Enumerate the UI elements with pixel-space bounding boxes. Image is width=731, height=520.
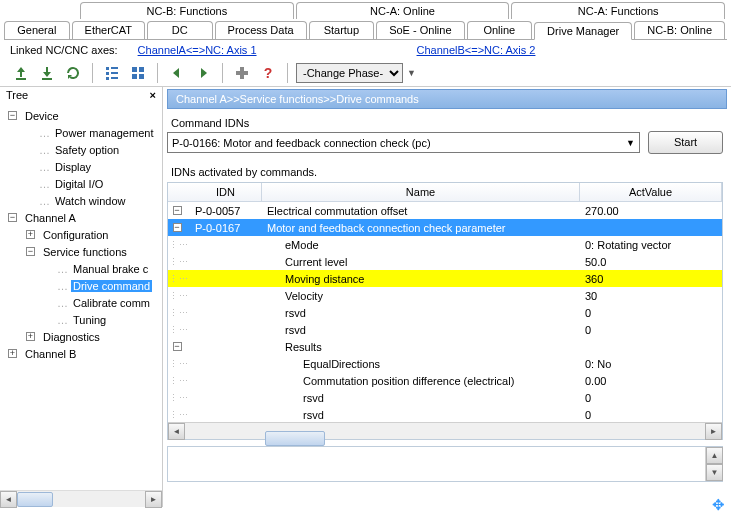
tree-node-label[interactable]: Calibrate comm <box>71 297 152 309</box>
tree-node-label[interactable]: Drive command <box>71 280 152 292</box>
refresh-icon[interactable] <box>62 62 84 84</box>
tree-node-label[interactable]: Channel B <box>23 348 78 360</box>
cell-idn: P-0-0167 <box>190 222 262 234</box>
expand-icon[interactable]: + <box>26 332 35 341</box>
tree-node[interactable]: +…Digital I/O <box>0 175 162 192</box>
cell-actvalue: 30 <box>580 290 722 302</box>
tab-soe-online[interactable]: SoE - Online <box>376 21 464 39</box>
tree-node[interactable]: +…Watch window <box>0 192 162 209</box>
tree-node[interactable]: +…Drive command <box>0 277 162 294</box>
command-idn-select[interactable]: P-0-0166: Motor and feedback connection … <box>167 132 640 153</box>
table-row[interactable]: ⋮⋯EqualDirections0: No <box>168 355 722 372</box>
change-phase-select[interactable]: -Change Phase- <box>296 63 403 83</box>
cell-actvalue: 0 <box>580 409 722 421</box>
tree-node-label[interactable]: Manual brake c <box>71 263 150 275</box>
link-channel-b[interactable]: ChannelB<=>NC: Axis 2 <box>417 44 536 56</box>
tab-nc-a-online[interactable]: NC-A: Online <box>296 2 510 19</box>
tree-node[interactable]: −Channel A <box>0 209 162 226</box>
scroll-left-icon[interactable]: ◄ <box>0 491 17 508</box>
download-icon[interactable] <box>36 62 58 84</box>
back-arrow-icon[interactable] <box>166 62 188 84</box>
help-icon[interactable]: ? <box>257 62 279 84</box>
tree-node[interactable]: −Service functions <box>0 243 162 260</box>
tree-node[interactable]: +…Tuning <box>0 311 162 328</box>
table-row[interactable]: ⋮⋯eMode0: Rotating vector <box>168 236 722 253</box>
link-channel-a[interactable]: ChannelA<=>NC: Axis 1 <box>138 44 257 56</box>
col-actvalue[interactable]: ActValue <box>580 183 722 201</box>
table-row[interactable]: −P-0-0167Motor and feedback connection c… <box>168 219 722 236</box>
table-row[interactable]: ⋮⋯Moving distance360 <box>168 270 722 287</box>
scroll-right-icon[interactable]: ► <box>705 423 722 440</box>
tree-node[interactable]: +…Display <box>0 158 162 175</box>
forward-arrow-icon[interactable] <box>192 62 214 84</box>
collapse-icon[interactable]: − <box>173 223 182 232</box>
tree-h-scrollbar[interactable]: ◄ ► <box>0 490 162 507</box>
table-row[interactable]: −Results <box>168 338 722 355</box>
tab-online[interactable]: Online <box>467 21 533 39</box>
col-name[interactable]: Name <box>262 183 580 201</box>
tree-node[interactable]: +…Power management <box>0 124 162 141</box>
collapse-icon[interactable]: − <box>173 206 182 215</box>
tree-node-label[interactable]: Power management <box>53 127 155 139</box>
tree-node-label[interactable]: Diagnostics <box>41 331 102 343</box>
tab-nc-b-functions[interactable]: NC-B: Functions <box>80 2 294 19</box>
grid-icon[interactable] <box>127 62 149 84</box>
cell-actvalue: 270.00 <box>580 205 722 217</box>
tree-node[interactable]: +…Manual brake c <box>0 260 162 277</box>
tab-drive-manager[interactable]: Drive Manager <box>534 22 632 40</box>
scroll-right-icon[interactable]: ► <box>145 491 162 508</box>
table-row[interactable]: ⋮⋯rsvd0 <box>168 304 722 321</box>
tree-node[interactable]: +…Safety option <box>0 141 162 158</box>
scroll-left-icon[interactable]: ◄ <box>168 423 185 440</box>
table-row[interactable]: ⋮⋯Velocity30 <box>168 287 722 304</box>
list-icon[interactable] <box>101 62 123 84</box>
table-h-scrollbar[interactable]: ◄ ► <box>168 422 722 439</box>
table-row[interactable]: −P-0-0057Electrical commutation offset27… <box>168 202 722 219</box>
expand-icon[interactable]: + <box>8 349 17 358</box>
table-body[interactable]: −P-0-0057Electrical commutation offset27… <box>168 202 722 422</box>
tree-node-label[interactable]: Configuration <box>41 229 110 241</box>
cell-actvalue: 0.00 <box>580 375 722 387</box>
tab-nc-a-functions[interactable]: NC-A: Functions <box>511 2 725 19</box>
table-row[interactable]: ⋮⋯rsvd0 <box>168 389 722 406</box>
tree-node[interactable]: +Diagnostics <box>0 328 162 345</box>
table-row[interactable]: ⋮⋯rsvd0 <box>168 406 722 422</box>
tree-node-label[interactable]: Service functions <box>41 246 129 258</box>
table-row[interactable]: ⋮⋯Commutation position difference (elect… <box>168 372 722 389</box>
collapse-icon[interactable]: − <box>26 247 35 256</box>
tab-dc[interactable]: DC <box>147 21 213 39</box>
tree-node[interactable]: −Device <box>0 107 162 124</box>
settings-icon[interactable] <box>231 62 253 84</box>
table-row[interactable]: ⋮⋯Current level50.0 <box>168 253 722 270</box>
cell-name: Electrical commutation offset <box>262 205 580 217</box>
collapse-icon[interactable]: − <box>173 342 182 351</box>
tab-nc-b-online[interactable]: NC-B: Online <box>634 21 725 39</box>
tab-ethercat[interactable]: EtherCAT <box>72 21 145 39</box>
scroll-up-icon[interactable]: ▲ <box>706 447 723 464</box>
close-icon[interactable]: × <box>150 89 156 101</box>
tree-panel: Tree × −Device+…Power management+…Safety… <box>0 87 163 507</box>
tab-general[interactable]: General <box>4 21 70 39</box>
col-idn[interactable]: IDN <box>190 183 262 201</box>
log-v-scrollbar[interactable]: ▲ ▼ <box>705 447 722 481</box>
tree[interactable]: −Device+…Power management+…Safety option… <box>0 103 162 490</box>
upload-icon[interactable] <box>10 62 32 84</box>
tree-node-label[interactable]: Digital I/O <box>53 178 105 190</box>
tree-node-label[interactable]: Device <box>23 110 61 122</box>
collapse-icon[interactable]: − <box>8 111 17 120</box>
tree-node[interactable]: +…Calibrate comm <box>0 294 162 311</box>
table-row[interactable]: ⋮⋯rsvd0 <box>168 321 722 338</box>
collapse-icon[interactable]: − <box>8 213 17 222</box>
expand-icon[interactable]: + <box>26 230 35 239</box>
tab-process-data[interactable]: Process Data <box>215 21 307 39</box>
tree-node-label[interactable]: Display <box>53 161 93 173</box>
tree-node[interactable]: +Configuration <box>0 226 162 243</box>
tree-node-label[interactable]: Tuning <box>71 314 108 326</box>
tab-startup[interactable]: Startup <box>309 21 375 39</box>
tree-node[interactable]: +Channel B <box>0 345 162 362</box>
start-button[interactable]: Start <box>648 131 723 154</box>
tree-node-label[interactable]: Channel A <box>23 212 78 224</box>
tree-node-label[interactable]: Safety option <box>53 144 121 156</box>
tree-node-label[interactable]: Watch window <box>53 195 128 207</box>
scroll-down-icon[interactable]: ▼ <box>706 464 723 481</box>
